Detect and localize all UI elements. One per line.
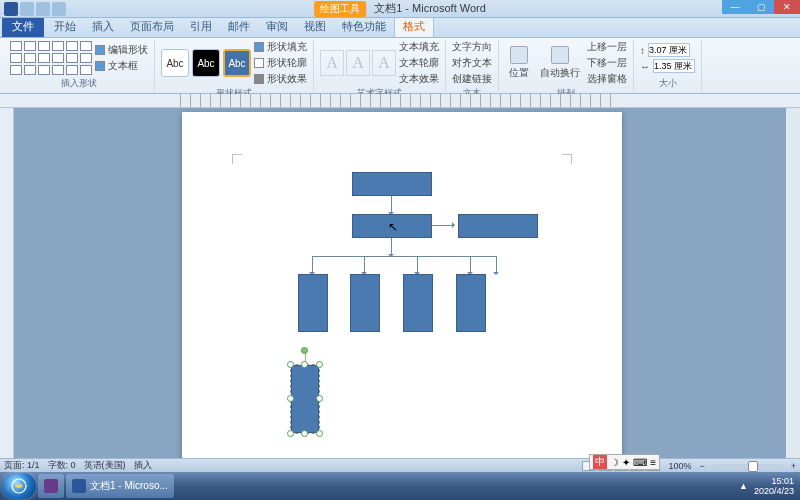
edit-shape-button[interactable]: 编辑形状 <box>95 43 148 57</box>
resize-handle-s[interactable] <box>301 430 308 437</box>
position-button[interactable]: 位置 <box>505 46 533 80</box>
window-minimize-button[interactable]: — <box>722 0 748 14</box>
status-mode[interactable]: 插入 <box>134 459 152 472</box>
shape-outline-button[interactable]: 形状轮廓 <box>254 56 307 70</box>
textbox-button[interactable]: 文本框 <box>95 59 148 73</box>
qat-save-icon[interactable] <box>20 2 34 16</box>
wordart-gallery[interactable]: AAA <box>320 50 396 76</box>
taskbar-pinned-app[interactable] <box>38 474 64 498</box>
resize-handle-ne[interactable] <box>316 361 323 368</box>
shape-style-preset-1[interactable]: Abc <box>161 49 189 77</box>
ribbon-content: 编辑形状 文本框 插入形状 Abc Abc Abc 形状填充 形状轮廓 形状效果… <box>0 38 800 94</box>
resize-handle-sw[interactable] <box>287 430 294 437</box>
align-text-button[interactable]: 对齐文本 <box>452 56 492 70</box>
wrap-text-button[interactable]: 自动换行 <box>536 46 584 80</box>
shape-height-input[interactable] <box>648 43 690 57</box>
tab-insert[interactable]: 插入 <box>84 16 122 37</box>
start-button[interactable] <box>2 473 36 499</box>
tab-home[interactable]: 开始 <box>46 16 84 37</box>
ime-icon-1[interactable]: ☽ <box>610 457 619 468</box>
vertical-scrollbar[interactable] <box>786 108 800 458</box>
tab-references[interactable]: 引用 <box>182 16 220 37</box>
tab-mailings[interactable]: 邮件 <box>220 16 258 37</box>
qat-redo-icon[interactable] <box>52 2 66 16</box>
connector-1[interactable] <box>391 196 392 214</box>
margin-corner-tr <box>562 154 572 164</box>
flowchart-box-4[interactable] <box>298 274 328 332</box>
ime-lang-indicator[interactable]: 中 <box>593 455 607 469</box>
tab-review[interactable]: 审阅 <box>258 16 296 37</box>
app-icon <box>44 479 58 493</box>
text-fill-button[interactable]: 文本填充 <box>399 40 439 54</box>
tab-format[interactable]: 格式 <box>394 15 434 37</box>
tab-view[interactable]: 视图 <box>296 16 334 37</box>
resize-handle-e[interactable] <box>316 395 323 402</box>
flowchart-box-2[interactable] <box>352 214 432 238</box>
group-wordart: AAA 文本填充 文本轮廓 文本效果 艺术字样式 <box>314 40 446 91</box>
connector-4c[interactable] <box>417 256 418 274</box>
system-tray[interactable]: ▲ 15:01 2020/4/23 <box>739 476 798 496</box>
zoom-in-button[interactable]: + <box>791 461 796 471</box>
qat-undo-icon[interactable] <box>36 2 50 16</box>
taskbar-word-window[interactable]: 文档1 - Microso... <box>66 474 174 498</box>
flowchart-box-7[interactable] <box>456 274 486 332</box>
resize-handle-n[interactable] <box>301 361 308 368</box>
shape-style-preset-2[interactable]: Abc <box>192 49 220 77</box>
resize-handle-se[interactable] <box>316 430 323 437</box>
connector-4e[interactable] <box>496 256 497 274</box>
window-maximize-button[interactable]: ▢ <box>748 0 774 14</box>
resize-handle-w[interactable] <box>287 395 294 402</box>
connector-4d[interactable] <box>470 256 471 274</box>
connector-4a[interactable] <box>312 256 313 274</box>
shape-effects-button[interactable]: 形状效果 <box>254 72 307 86</box>
status-bar: 页面: 1/1 字数: 0 英语(美国) 插入 100% − + <box>0 458 800 472</box>
textbox-icon <box>95 61 105 71</box>
status-page[interactable]: 页面: 1/1 <box>4 459 40 472</box>
rotate-handle[interactable] <box>301 347 308 354</box>
ime-icon-2[interactable]: ✦ <box>622 457 630 468</box>
shape-style-preset-3[interactable]: Abc <box>223 49 251 77</box>
ime-icon-3[interactable]: ⌨ <box>633 457 647 468</box>
selection-pane-button[interactable]: 选择窗格 <box>587 72 627 86</box>
text-outline-button[interactable]: 文本轮廓 <box>399 56 439 70</box>
connector-2[interactable] <box>432 225 454 226</box>
window-close-button[interactable]: ✕ <box>774 0 800 14</box>
shapes-gallery[interactable] <box>10 41 92 75</box>
status-language[interactable]: 英语(美国) <box>84 459 126 472</box>
status-words[interactable]: 字数: 0 <box>48 459 76 472</box>
shape-fill-button[interactable]: 形状填充 <box>254 40 307 54</box>
send-backward-button[interactable]: 下移一层 <box>587 56 627 70</box>
tab-file[interactable]: 文件 <box>2 16 44 37</box>
text-direction-button[interactable]: 文字方向 <box>452 40 492 54</box>
bring-forward-button[interactable]: 上移一层 <box>587 40 627 54</box>
connector-bar[interactable] <box>312 256 496 257</box>
ime-toolbar[interactable]: 中 ☽ ✦ ⌨ ≡ <box>589 454 660 470</box>
shape-width-input[interactable] <box>653 59 695 73</box>
connector-4b[interactable] <box>364 256 365 274</box>
horizontal-ruler[interactable] <box>0 94 800 108</box>
group-label-insert-shapes: 插入形状 <box>61 76 97 91</box>
zoom-percent[interactable]: 100% <box>668 461 691 471</box>
tray-time[interactable]: 15:01 <box>754 476 794 486</box>
resize-handle-nw[interactable] <box>287 361 294 368</box>
tab-layout[interactable]: 页面布局 <box>122 16 182 37</box>
document-title: 文档1 - Microsoft Word <box>374 1 486 16</box>
flowchart-box-5[interactable] <box>350 274 380 332</box>
outline-icon <box>254 58 264 68</box>
fill-icon <box>254 42 264 52</box>
page-canvas[interactable]: ↖ <box>182 112 622 458</box>
flowchart-box-3[interactable] <box>458 214 538 238</box>
vertical-ruler[interactable] <box>0 108 14 458</box>
flowchart-box-1[interactable] <box>352 172 432 196</box>
ime-icon-4[interactable]: ≡ <box>650 457 656 468</box>
text-effects-button[interactable]: 文本效果 <box>399 72 439 86</box>
selected-shape[interactable] <box>290 364 320 434</box>
connector-3[interactable] <box>391 238 392 256</box>
tab-features[interactable]: 特色功能 <box>334 16 394 37</box>
flowchart-box-6[interactable] <box>403 274 433 332</box>
tray-icon[interactable]: ▲ <box>739 481 748 491</box>
zoom-out-button[interactable]: − <box>699 461 704 471</box>
create-link-button[interactable]: 创建链接 <box>452 72 492 86</box>
tray-date[interactable]: 2020/4/23 <box>754 486 794 496</box>
zoom-slider[interactable] <box>713 464 783 467</box>
